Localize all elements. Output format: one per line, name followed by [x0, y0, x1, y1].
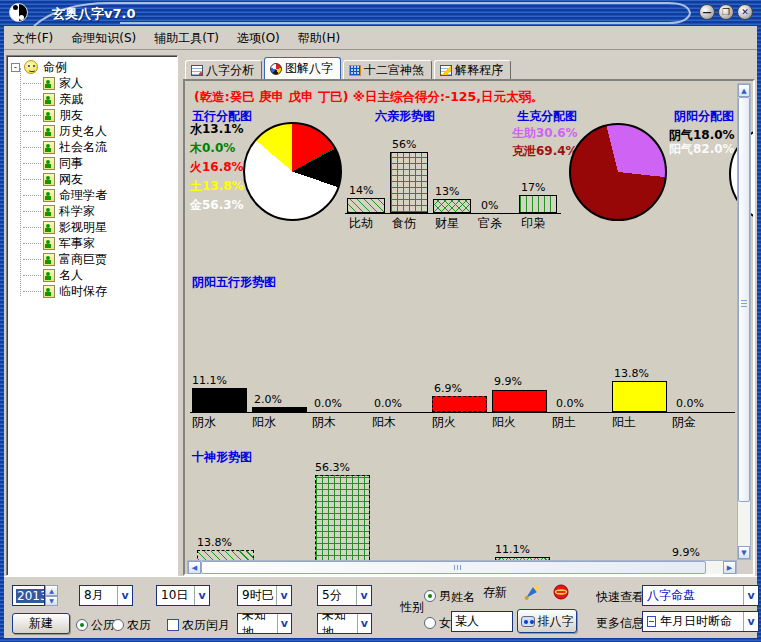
minimize-button[interactable]: —	[699, 4, 715, 20]
checkbox-icon[interactable]	[167, 619, 179, 631]
menu-item-help[interactable]: 帮助(H)	[289, 28, 349, 49]
menu-item-file[interactable]: 文件(F)	[4, 28, 62, 49]
tree-collapse-icon[interactable]: -	[11, 63, 20, 72]
brush-icon[interactable]	[523, 583, 541, 601]
tree-root[interactable]: - 命例	[9, 59, 67, 75]
leap-month-checkbox[interactable]: 农历闰月	[167, 617, 230, 634]
pie-chart-icon	[270, 63, 282, 75]
scroll-down-button[interactable]: ▼	[738, 546, 750, 559]
tree-item-celebs[interactable]: 社会名流	[9, 139, 177, 155]
stop-badge-icon[interactable]	[553, 584, 569, 600]
tab-chart-bazi[interactable]: 图解八字	[264, 57, 341, 80]
ywx-axis	[190, 412, 735, 413]
close-button[interactable]: ✕	[737, 4, 753, 20]
more-info-label: 更多信息	[596, 615, 644, 632]
tree-item-friends[interactable]: 朋友	[9, 107, 177, 123]
liuqin-cat: 比劫	[349, 215, 373, 232]
ywx-cat: 阴金	[672, 414, 696, 431]
maximize-button[interactable]: ❐	[718, 4, 734, 20]
tree-item-tempsave[interactable]: 临时保存	[9, 283, 177, 299]
female-radio[interactable]: 女	[424, 615, 451, 632]
name-input[interactable]: 某人	[451, 611, 513, 632]
tree-item-stars[interactable]: 影视明星	[9, 219, 177, 235]
radio-on-icon[interactable]	[424, 590, 436, 602]
tree-item-scholars[interactable]: 命理学者	[9, 187, 177, 203]
hour-select[interactable]: 9时巳v	[237, 585, 292, 606]
case-folder-icon	[43, 93, 55, 106]
horizontal-scrollbar[interactable]: ◀ ▶	[187, 560, 737, 575]
shengke-pie-chart	[569, 123, 667, 221]
tree-item-historic[interactable]: 历史名人	[9, 123, 177, 139]
liuqin-cat: 财星	[435, 215, 459, 232]
wuxing-earth-label: 土13.8%	[190, 178, 244, 195]
shishen-value: 13.8%	[197, 536, 232, 549]
notepad-icon	[191, 65, 203, 76]
ywx-value: 13.8%	[614, 367, 649, 380]
liuqin-bar-caixing	[433, 199, 471, 213]
ywx-cat: 阳木	[372, 414, 396, 431]
scroll-right-button[interactable]: ▶	[723, 561, 736, 574]
radio-off-icon[interactable]	[112, 619, 124, 631]
arrange-bazi-button[interactable]: 排八字	[517, 609, 577, 633]
radio-on-icon[interactable]	[76, 619, 88, 631]
minute-select[interactable]: 5分v	[317, 585, 372, 606]
case-folder-icon	[43, 285, 55, 298]
solar-calendar-radio[interactable]: 公历	[76, 617, 115, 634]
liuqin-chart-title: 六亲形势图	[375, 108, 435, 125]
more-info-select[interactable]: 年月日时断命v	[642, 611, 759, 632]
tree-item-relatives[interactable]: 亲戚	[9, 91, 177, 107]
birthplace-select-1[interactable]: 未知地v	[237, 613, 292, 634]
day-select[interactable]: 10日v	[156, 585, 210, 606]
grid-table-icon	[349, 65, 361, 76]
chevron-down-icon[interactable]: v	[277, 614, 291, 633]
tab-bazi-analysis[interactable]: 八字分析	[185, 60, 262, 80]
year-field[interactable]: 2013	[12, 585, 45, 606]
tab-interpretation[interactable]: 解释程序	[434, 60, 511, 80]
tab-twelve-palaces[interactable]: 十二宫神煞	[343, 60, 432, 80]
year-spin-up-button[interactable]: ▲	[45, 585, 58, 596]
ywx-value: 0.0%	[556, 397, 584, 410]
shengke-shengzhu-label: 生助30.6%	[512, 125, 578, 142]
tree-item-famous[interactable]: 名人	[9, 267, 177, 283]
scroll-up-button[interactable]: ▲	[738, 84, 750, 97]
menu-item-tools[interactable]: 辅助工具(T)	[145, 28, 228, 49]
scroll-left-button[interactable]: ◀	[188, 561, 201, 574]
yinyang-chart-title: 阴阳分配图	[674, 108, 734, 125]
ywx-cat: 阴木	[312, 414, 336, 431]
tree-item-colleagues[interactable]: 同事	[9, 155, 177, 171]
ywx-value: 9.9%	[494, 375, 522, 388]
gender-label: 性别	[400, 599, 424, 616]
chevron-down-icon[interactable]: v	[357, 614, 371, 633]
tree-item-military[interactable]: 军事家	[9, 235, 177, 251]
menu-item-options[interactable]: 选项(O)	[228, 28, 289, 49]
tree-item-scientists[interactable]: 科学家	[9, 203, 177, 219]
tree-item-family[interactable]: 家人	[9, 75, 177, 91]
shishen-value: 9.9%	[672, 546, 700, 559]
year-spin-down-button[interactable]: ▼	[45, 596, 58, 607]
chevron-down-icon[interactable]: v	[356, 586, 371, 605]
liuqin-bar-bijie	[347, 198, 385, 213]
radio-off-icon[interactable]	[424, 617, 436, 629]
male-radio[interactable]: 男	[424, 588, 451, 605]
birthplace-select-2[interactable]: 未知地v	[317, 613, 372, 634]
chevron-down-icon[interactable]: v	[117, 586, 132, 605]
chart-panel: (乾造:癸巳 庚申 戊申 丁巳) ※日主综合得分:-125,日元太弱。 五行分配…	[183, 79, 755, 576]
case-tree-panel: - 命例 家人 亲戚 朋友 历史名人 社会名流 同事 网友 命理学者 科学家 影…	[6, 55, 178, 576]
window-title: 玄奥八字v7.0	[52, 5, 136, 23]
lunar-calendar-radio[interactable]: 农历	[112, 617, 151, 634]
tree-item-netfriends[interactable]: 网友	[9, 171, 177, 187]
tree-item-tycoons[interactable]: 富商巨贾	[9, 251, 177, 267]
chevron-down-icon[interactable]: v	[276, 586, 291, 605]
new-button[interactable]: 新建	[12, 613, 70, 634]
vertical-scrollbar[interactable]: ▲ ▼	[737, 83, 751, 560]
chevron-down-icon[interactable]: v	[743, 612, 758, 631]
wuxing-wood-label: 木0.0%	[190, 140, 235, 157]
chevron-down-icon[interactable]: v	[743, 586, 758, 605]
quick-view-select[interactable]: 八字命盘v	[642, 585, 759, 606]
vertical-scroll-thumb[interactable]	[738, 97, 750, 502]
horizontal-scroll-thumb[interactable]	[201, 561, 706, 574]
chevron-down-icon[interactable]: v	[194, 586, 209, 605]
menu-item-knowledge[interactable]: 命理知识(S)	[62, 28, 145, 49]
month-select[interactable]: 8月v	[79, 585, 133, 606]
shishen-value: 11.1%	[495, 543, 530, 556]
